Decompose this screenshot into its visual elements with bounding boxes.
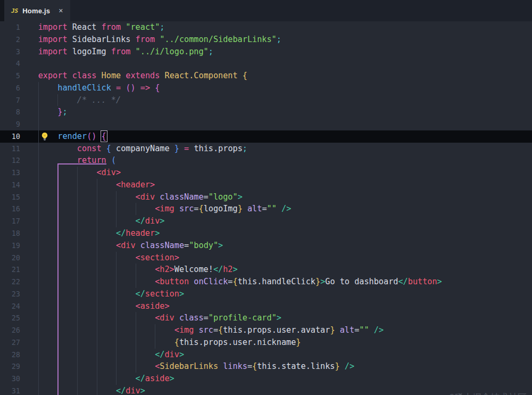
code-line-3[interactable]: 3import logoImg from "../i/logo.png"; <box>0 46 532 58</box>
code-line-27[interactable]: 27 {this.props.user.nickname} <box>0 336 532 349</box>
indent-guide <box>38 118 39 130</box>
line-number[interactable]: 9 <box>0 118 20 130</box>
code-text: <div class="profile-card"> <box>38 312 281 324</box>
code-text: <div className="body"> <box>38 240 223 252</box>
code-text: <SidebarLinks links={this.state.links} /… <box>38 360 354 373</box>
code-line-21[interactable]: 21 <h2>Welcome!</h2> <box>0 264 532 276</box>
code-line-17[interactable]: 17 </div> <box>0 215 532 227</box>
code-line-9[interactable]: 9 <box>0 118 532 130</box>
line-number[interactable]: 25 <box>0 312 20 324</box>
line-number[interactable]: 11 <box>0 143 20 155</box>
code-line-12[interactable]: 12 return ( <box>0 154 532 167</box>
line-number[interactable]: 5 <box>0 70 20 82</box>
code-line-7[interactable]: 7 /* ... */ <box>0 94 532 106</box>
code-line-11[interactable]: 11 const { companyName } = this.props; <box>0 143 532 155</box>
code-text: import SidebarLinks from "../common/Side… <box>38 34 281 46</box>
code-line-13[interactable]: 13 <div> <box>0 167 532 179</box>
line-number[interactable]: 31 <box>0 385 20 395</box>
line-number[interactable]: 14 <box>0 179 20 191</box>
line-number[interactable]: 1 <box>0 21 20 34</box>
line-number[interactable]: 23 <box>0 288 20 300</box>
line-number[interactable]: 17 <box>0 215 20 227</box>
tab-bar: JS Home.js × <box>0 0 532 21</box>
active-indent-guide <box>57 163 59 395</box>
line-number[interactable]: 19 <box>0 240 20 252</box>
code-line-4[interactable]: 4 <box>0 57 532 70</box>
tab-title: Home.js <box>22 7 50 15</box>
line-number[interactable]: 24 <box>0 300 20 312</box>
code-text: /* ... */ <box>38 94 121 106</box>
bracket-guide-horizontal <box>57 163 106 164</box>
code-text: <div> <box>38 167 121 179</box>
tab-home-js[interactable]: JS Home.js × <box>4 0 70 21</box>
line-number[interactable]: 2 <box>0 34 20 46</box>
lightbulb-icon[interactable] <box>40 132 49 141</box>
code-text: <img src={this.props.user.avatar} alt=""… <box>38 324 384 336</box>
line-number[interactable]: 27 <box>0 336 20 349</box>
code-line-22[interactable]: 22 <button onClick={this.handleClick}>Go… <box>0 276 532 288</box>
code-text: <header> <box>38 179 155 191</box>
code-editor[interactable]: @稀土掘金技术社区 1import React from "react";2im… <box>0 21 532 395</box>
line-number[interactable]: 12 <box>0 154 20 167</box>
code-text: handleClick = () => { <box>38 82 160 94</box>
code-text: <button onClick={this.handleClick}>Go to… <box>38 276 442 288</box>
code-text: import logoImg from "../i/logo.png"; <box>38 46 213 58</box>
code-line-8[interactable]: 8 }; <box>0 106 532 118</box>
line-number[interactable]: 26 <box>0 324 20 336</box>
code-text: return ( <box>38 154 116 167</box>
activity-strip <box>0 0 4 21</box>
code-line-29[interactable]: 29 <SidebarLinks links={this.state.links… <box>0 360 532 373</box>
code-line-30[interactable]: 30 </aside> <box>0 373 532 385</box>
code-text: <h2>Welcome!</h2> <box>38 264 238 276</box>
line-number[interactable]: 16 <box>0 203 20 215</box>
code-line-23[interactable]: 23 </section> <box>0 288 532 300</box>
code-text: {this.props.user.nickname} <box>38 336 301 349</box>
code-line-15[interactable]: 15 <div className="logo"> <box>0 191 532 203</box>
code-text: </aside> <box>38 373 174 385</box>
line-number[interactable]: 28 <box>0 349 20 361</box>
line-number[interactable]: 15 <box>0 191 20 203</box>
code-line-5[interactable]: 5export class Home extends React.Compone… <box>0 70 532 82</box>
code-text: }; <box>38 106 68 118</box>
js-file-icon: JS <box>11 7 18 14</box>
watermark: @稀土掘金技术社区 <box>449 391 527 395</box>
line-number[interactable]: 7 <box>0 94 20 106</box>
line-number[interactable]: 29 <box>0 360 20 373</box>
code-line-25[interactable]: 25 <div class="profile-card"> <box>0 312 532 324</box>
line-number[interactable]: 18 <box>0 227 20 240</box>
code-text: </header> <box>38 227 160 240</box>
line-number[interactable]: 22 <box>0 276 20 288</box>
line-number[interactable]: 6 <box>0 82 20 94</box>
code-line-19[interactable]: 19 <div className="body"> <box>0 240 532 252</box>
code-line-24[interactable]: 24 <aside> <box>0 300 532 312</box>
code-line-2[interactable]: 2import SidebarLinks from "../common/Sid… <box>0 34 532 46</box>
code-line-28[interactable]: 28 </div> <box>0 349 532 361</box>
code-text: </section> <box>38 288 184 300</box>
code-text: </div> <box>38 349 184 361</box>
code-line-14[interactable]: 14 <header> <box>0 179 532 191</box>
close-icon[interactable]: × <box>59 7 63 14</box>
code-text: <div className="logo"> <box>38 191 243 203</box>
code-line-16[interactable]: 16 <img src={logoImg} alt="" /> <box>0 203 532 215</box>
code-text: import React from "react"; <box>38 21 165 34</box>
line-number[interactable]: 3 <box>0 46 20 58</box>
code-line-26[interactable]: 26 <img src={this.props.user.avatar} alt… <box>0 324 532 336</box>
code-text: export class Home extends React.Componen… <box>38 70 247 82</box>
line-number[interactable]: 4 <box>0 57 20 70</box>
code-line-18[interactable]: 18 </header> <box>0 227 532 240</box>
code-line-6[interactable]: 6 handleClick = () => { <box>0 82 532 94</box>
vscode-window: JS Home.js × @稀土掘金技术社区 1import React fro… <box>0 0 532 395</box>
line-number[interactable]: 21 <box>0 264 20 276</box>
code-text: const { companyName } = this.props; <box>38 143 247 155</box>
line-number[interactable]: 10 <box>0 130 20 143</box>
code-line-1[interactable]: 1import React from "react"; <box>0 21 532 34</box>
line-number[interactable]: 30 <box>0 373 20 385</box>
code-line-10[interactable]: 10 render() { <box>0 130 532 143</box>
line-number[interactable]: 8 <box>0 106 20 118</box>
code-text: </div> <box>38 385 145 395</box>
code-text: <img src={logoImg} alt="" /> <box>38 203 292 215</box>
line-number[interactable]: 13 <box>0 167 20 179</box>
code-line-20[interactable]: 20 <section> <box>0 252 532 264</box>
line-number[interactable]: 20 <box>0 252 20 264</box>
code-text: <section> <box>38 252 179 264</box>
